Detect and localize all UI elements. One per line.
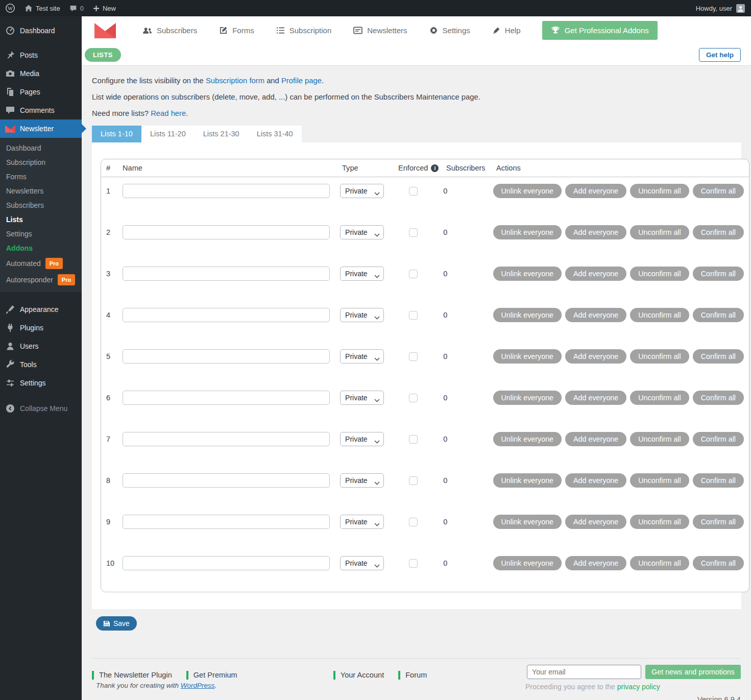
comments-counter[interactable]: 0 [69, 5, 84, 12]
add-everyone-button[interactable]: Add everyone [565, 473, 626, 488]
sidebar-item-comments[interactable]: Comments [0, 101, 82, 119]
add-everyone-button[interactable]: Add everyone [565, 432, 626, 446]
list-name-input[interactable] [123, 267, 330, 281]
confirm-all-button[interactable]: Confirm all [693, 225, 744, 239]
unlink-everyone-button[interactable]: Unlink everyone [493, 515, 562, 529]
footer-link-get-premium[interactable]: Get Premium [186, 671, 237, 680]
submenu-item-subscription[interactable]: Subscription [0, 155, 82, 170]
plugin-nav-forms[interactable]: Forms [219, 26, 254, 35]
get-professional-addons-button[interactable]: Get Professional Addons [542, 21, 658, 40]
unlink-everyone-button[interactable]: Unlink everyone [493, 184, 562, 198]
submenu-item-automated[interactable]: AutomatedPro [0, 255, 82, 272]
list-name-input[interactable] [123, 473, 330, 488]
enforced-checkbox[interactable] [409, 311, 418, 320]
unconfirm-all-button[interactable]: Unconfirm all [630, 349, 689, 364]
tab-lists-31-40[interactable]: Lists 31-40 [248, 126, 302, 142]
list-name-input[interactable] [123, 308, 330, 322]
list-name-input[interactable] [123, 556, 330, 570]
list-type-select[interactable]: Private [340, 473, 384, 488]
submenu-item-subscribers[interactable]: Subscribers [0, 198, 82, 212]
sidebar-item-pages[interactable]: Pages [0, 83, 82, 101]
read-here-link[interactable]: Read here [151, 109, 186, 117]
list-name-input[interactable] [123, 432, 330, 446]
unconfirm-all-button[interactable]: Unconfirm all [630, 184, 689, 198]
confirm-all-button[interactable]: Confirm all [693, 556, 744, 570]
unconfirm-all-button[interactable]: Unconfirm all [630, 515, 689, 529]
confirm-all-button[interactable]: Confirm all [693, 267, 744, 281]
enforced-checkbox[interactable] [409, 518, 418, 526]
privacy-policy-link[interactable]: privacy policy [617, 683, 660, 691]
list-name-input[interactable] [123, 391, 330, 405]
list-type-select[interactable]: Private [340, 184, 384, 198]
enforced-checkbox[interactable] [409, 270, 418, 278]
list-type-select[interactable]: Private [340, 391, 384, 405]
plugin-nav-help[interactable]: Help [492, 26, 521, 35]
tab-lists-21-30[interactable]: Lists 21-30 [195, 126, 248, 142]
add-everyone-button[interactable]: Add everyone [565, 391, 626, 405]
info-icon[interactable]: i [431, 164, 439, 172]
add-everyone-button[interactable]: Add everyone [565, 184, 626, 198]
footer-link-your-account[interactable]: Your Account [333, 671, 384, 680]
plugin-nav-subscription[interactable]: Subscription [276, 26, 332, 35]
confirm-all-button[interactable]: Confirm all [693, 515, 744, 529]
list-type-select[interactable]: Private [340, 515, 384, 529]
list-name-input[interactable] [123, 184, 330, 198]
sidebar-item-dashboard[interactable]: Dashboard [0, 21, 82, 40]
user-avatar[interactable] [736, 4, 745, 13]
sidebar-item-collapse-menu[interactable]: Collapse Menu [0, 399, 82, 418]
enforced-checkbox[interactable] [409, 187, 418, 196]
save-button[interactable]: Save [96, 616, 137, 631]
unlink-everyone-button[interactable]: Unlink everyone [493, 225, 562, 239]
newsletter-email-input[interactable] [527, 665, 641, 679]
confirm-all-button[interactable]: Confirm all [693, 308, 744, 322]
unconfirm-all-button[interactable]: Unconfirm all [630, 391, 689, 405]
unlink-everyone-button[interactable]: Unlink everyone [493, 267, 562, 281]
list-type-select[interactable]: Private [340, 432, 384, 446]
confirm-all-button[interactable]: Confirm all [693, 391, 744, 405]
enforced-checkbox[interactable] [409, 228, 418, 237]
add-everyone-button[interactable]: Add everyone [565, 556, 626, 570]
list-type-select[interactable]: Private [340, 225, 384, 239]
submenu-item-autoresponder[interactable]: AutoresponderPro [0, 272, 82, 288]
unlink-everyone-button[interactable]: Unlink everyone [493, 308, 562, 322]
footer-link-the-newsletter-plugin[interactable]: The Newsletter Plugin [92, 671, 172, 680]
confirm-all-button[interactable]: Confirm all [693, 184, 744, 198]
add-everyone-button[interactable]: Add everyone [565, 267, 626, 281]
unconfirm-all-button[interactable]: Unconfirm all [630, 308, 689, 322]
sidebar-item-appearance[interactable]: Appearance [0, 300, 82, 319]
sidebar-item-tools[interactable]: Tools [0, 355, 82, 374]
add-everyone-button[interactable]: Add everyone [565, 308, 626, 322]
list-name-input[interactable] [123, 515, 330, 529]
submenu-item-lists[interactable]: Lists [0, 212, 82, 227]
sidebar-item-newsletter[interactable]: Newsletter [0, 119, 82, 138]
howdy-user-link[interactable]: Howdy, user [696, 5, 732, 12]
sidebar-item-users[interactable]: Users [0, 337, 82, 355]
site-name-link[interactable]: Test site [25, 4, 60, 12]
unlink-everyone-button[interactable]: Unlink everyone [493, 432, 562, 446]
add-everyone-button[interactable]: Add everyone [565, 515, 626, 529]
wordpress-logo-icon[interactable]: W [5, 3, 15, 13]
tab-lists-1-10[interactable]: Lists 1-10 [92, 126, 141, 142]
profile-page-link[interactable]: Profile page [281, 77, 322, 85]
enforced-checkbox[interactable] [409, 352, 418, 361]
submenu-item-forms[interactable]: Forms [0, 170, 82, 184]
submenu-item-addons[interactable]: Addons [0, 241, 82, 255]
wordpress-link[interactable]: WordPress [181, 682, 215, 689]
enforced-checkbox[interactable] [409, 435, 418, 444]
unconfirm-all-button[interactable]: Unconfirm all [630, 267, 689, 281]
list-type-select[interactable]: Private [340, 308, 384, 322]
submenu-item-settings[interactable]: Settings [0, 227, 82, 241]
confirm-all-button[interactable]: Confirm all [693, 432, 744, 446]
unlink-everyone-button[interactable]: Unlink everyone [493, 349, 562, 364]
footer-link-forum[interactable]: Forum [398, 671, 427, 680]
submenu-item-dashboard[interactable]: Dashboard [0, 141, 82, 155]
list-type-select[interactable]: Private [340, 267, 384, 281]
unlink-everyone-button[interactable]: Unlink everyone [493, 473, 562, 488]
tab-lists-11-20[interactable]: Lists 11-20 [141, 126, 195, 142]
enforced-checkbox[interactable] [409, 476, 418, 485]
add-everyone-button[interactable]: Add everyone [565, 225, 626, 239]
enforced-checkbox[interactable] [409, 559, 418, 568]
unconfirm-all-button[interactable]: Unconfirm all [630, 473, 689, 488]
plugin-nav-settings[interactable]: Settings [429, 26, 470, 35]
get-help-button[interactable]: Get help [699, 48, 741, 62]
